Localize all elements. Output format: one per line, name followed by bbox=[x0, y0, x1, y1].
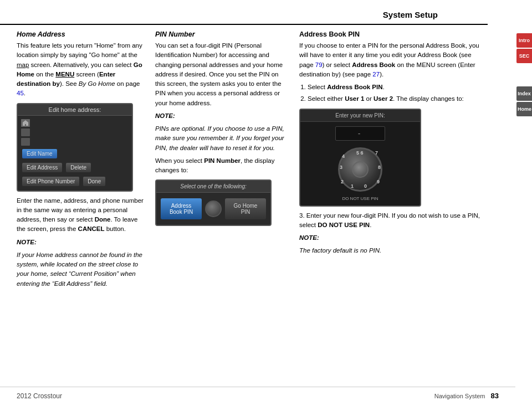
tab-intro[interactable]: Intro bbox=[516, 33, 532, 48]
col-middle: PIN Number You can set a four-digit PIN … bbox=[155, 30, 288, 292]
pin-num-4: 4 bbox=[342, 153, 345, 159]
middle-para1: You can set a four-digit PIN (Personal I… bbox=[155, 41, 288, 108]
select-header: Select one of the following: bbox=[156, 181, 270, 193]
step-2: Select either User 1 or User 2. The disp… bbox=[308, 94, 482, 104]
right-section-title: Address Book PIN bbox=[299, 30, 482, 38]
left-note-label: NOTE: bbox=[17, 238, 144, 247]
right-note-text: The factory default is no PIN. bbox=[299, 246, 482, 255]
pin-num-5: 5 6 bbox=[356, 150, 364, 156]
left-para2: Enter the name, address, and phone numbe… bbox=[17, 196, 144, 234]
pin-num-8: 8 bbox=[378, 165, 381, 170]
do-not-use-pin: DO NOT USE PIN bbox=[342, 196, 378, 201]
pin-screen-body: - 5 6 7 8 9 0 1 2 3 4 bbox=[300, 122, 420, 206]
footer-model: 2012 Crosstour bbox=[17, 392, 62, 400]
select-body: Address Book PIN Go Home PIN bbox=[156, 193, 270, 225]
page-number: 83 bbox=[491, 392, 499, 400]
page-header: System Setup bbox=[0, 0, 488, 25]
pin-num-7: 7 bbox=[375, 150, 378, 156]
home-icon bbox=[21, 119, 30, 127]
middle-para2: When you select PIN Number, the display … bbox=[155, 156, 288, 176]
right-para1: If you choose to enter a PIN for the per… bbox=[299, 41, 482, 79]
phone-icon bbox=[21, 138, 30, 146]
page-footer: 2012 Crosstour Navigation System 83 bbox=[0, 387, 515, 400]
footer-nav: Navigation System bbox=[434, 393, 485, 399]
pin-numbers: 5 6 7 8 9 0 1 2 3 4 bbox=[340, 149, 381, 190]
left-section-title: Home Address bbox=[17, 30, 144, 38]
middle-note-label: NOTE: bbox=[155, 111, 288, 121]
tab-index[interactable]: Index bbox=[516, 86, 532, 101]
step-1: Select Address Book PIN. bbox=[308, 83, 482, 92]
pin-dial[interactable]: 5 6 7 8 9 0 1 2 3 4 bbox=[338, 147, 382, 192]
btn-edit-address[interactable]: Edit Address bbox=[22, 163, 62, 172]
person-icon bbox=[21, 129, 30, 136]
right-note-label: NOTE: bbox=[299, 233, 482, 243]
middle-section-title: PIN Number bbox=[155, 30, 288, 38]
pin-num-9: 9 bbox=[377, 179, 380, 184]
left-note-text: If your Home address cannot be found in … bbox=[17, 250, 144, 289]
btn-edit-name[interactable]: Edit Name bbox=[22, 149, 57, 158]
pin-num-2: 2 bbox=[341, 179, 344, 184]
page-title: System Setup bbox=[383, 10, 438, 19]
screen-row-3 bbox=[21, 138, 129, 146]
pin-screen-header: Enter your new PIN: bbox=[300, 110, 420, 122]
tab-sec[interactable]: SEC bbox=[516, 49, 532, 63]
tab-home[interactable]: Home bbox=[516, 102, 532, 116]
pin-entry-screen: Enter your new PIN: - 5 6 7 8 9 0 1 2 3 … bbox=[299, 109, 421, 207]
btn-done[interactable]: Done bbox=[83, 177, 105, 186]
screen-header: Edit home address: bbox=[18, 104, 132, 116]
col-right: Address Book PIN If you choose to enter … bbox=[299, 30, 482, 292]
btn-bar-1: Edit Name bbox=[21, 148, 129, 160]
steps-list: Select Address Book PIN. Select either U… bbox=[308, 83, 482, 104]
pin-num-1: 1 bbox=[351, 183, 354, 189]
option-go-home-pin[interactable]: Go Home PIN bbox=[225, 198, 266, 219]
screen-row-1 bbox=[21, 119, 129, 127]
joystick[interactable] bbox=[205, 201, 222, 217]
main-content: Home Address This feature lets you retur… bbox=[0, 25, 532, 297]
btn-bar-3: Edit Phone Number Done bbox=[21, 176, 129, 187]
edit-home-address-screen: Edit home address: Edit Name Edit A bbox=[17, 103, 133, 192]
left-para1: This feature lets you return "Home" from… bbox=[17, 41, 144, 99]
btn-delete[interactable]: Delete bbox=[66, 163, 91, 172]
step-3: 3. Enter your new four-digit PIN. If you… bbox=[299, 211, 482, 230]
pin-num-0: 0 bbox=[364, 183, 367, 189]
screen-body: Edit Name Edit Address Delete Edit Phone… bbox=[18, 116, 132, 191]
col-left: Home Address This feature lets you retur… bbox=[17, 30, 144, 292]
middle-note-text: PINs are optional. If you choose to use … bbox=[155, 124, 288, 153]
select-pin-screen: Select one of the following: Address Boo… bbox=[155, 179, 272, 226]
pin-display: - bbox=[335, 126, 386, 141]
right-sidebar: Intro SEC Index Home bbox=[516, 33, 532, 116]
btn-bar-2: Edit Address Delete bbox=[21, 162, 129, 173]
option-address-book-pin[interactable]: Address Book PIN bbox=[161, 198, 202, 219]
btn-edit-phone[interactable]: Edit Phone Number bbox=[22, 177, 79, 186]
pin-num-3: 3 bbox=[340, 165, 342, 170]
screen-row-2 bbox=[21, 129, 129, 136]
